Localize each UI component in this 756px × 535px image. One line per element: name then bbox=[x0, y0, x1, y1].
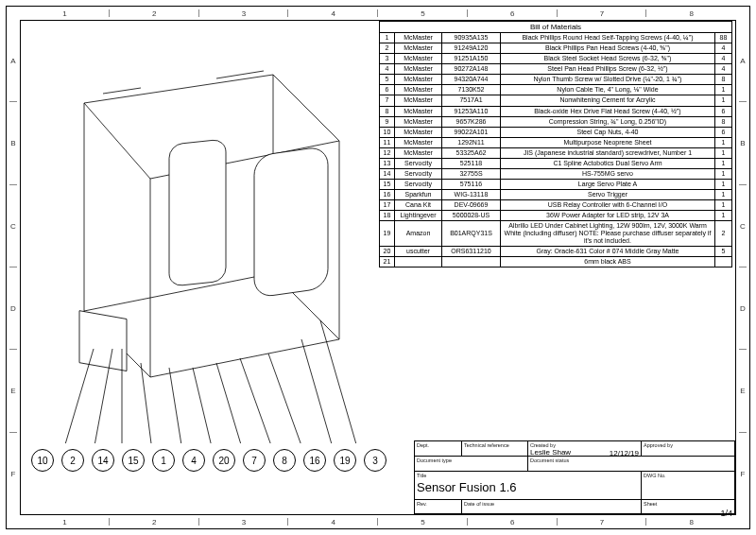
balloon: 8 bbox=[273, 449, 296, 472]
bom-cell-desc: 36W Power Adapter for LED strip, 12V 3A bbox=[501, 210, 715, 220]
bom-cell-item: 17 bbox=[380, 199, 395, 210]
balloon: 19 bbox=[334, 449, 356, 472]
ruler-row: C bbox=[736, 185, 749, 268]
bom-cell-item: 15 bbox=[380, 179, 395, 189]
bom-row: 20uscutterORS6311210Gray: Oracle-631 Col… bbox=[380, 247, 732, 257]
bom-cell-part: 90935A135 bbox=[442, 33, 501, 43]
bom-cell-part: 99022A101 bbox=[442, 127, 501, 137]
bom-cell-part: WIG-13118 bbox=[442, 189, 501, 199]
bom-cell-vendor: McMaster bbox=[395, 95, 442, 106]
bom-cell-qty: 2 bbox=[714, 221, 731, 247]
bom-table: Bill of Materials 1McMaster90935A135Blac… bbox=[379, 21, 732, 268]
bom-cell-item: 5 bbox=[380, 75, 395, 85]
bom-cell-vendor: McMaster bbox=[395, 43, 442, 54]
bom-cell-desc: Large Servo Plate A bbox=[501, 179, 715, 189]
bom-cell-part: 575116 bbox=[442, 179, 501, 189]
bom-cell-qty: 4 bbox=[714, 43, 731, 54]
bom-cell-part: 53325A62 bbox=[442, 147, 501, 158]
bom-cell-desc: 6mm black ABS bbox=[501, 257, 715, 268]
tb-dateissue-label: Date of issue bbox=[464, 501, 639, 507]
ruler-row: A bbox=[7, 20, 20, 102]
svg-rect-9 bbox=[79, 311, 127, 371]
bom-cell-vendor: McMaster bbox=[395, 75, 442, 85]
bom-cell-vendor: Sparkfun bbox=[395, 189, 442, 199]
bom-cell-item: 21 bbox=[380, 257, 395, 268]
bom-cell-qty: 88 bbox=[714, 33, 731, 43]
balloon: 14 bbox=[92, 449, 114, 472]
sheet-border: 1 2 3 4 5 6 7 8 1 2 3 4 5 6 7 8 A B C D … bbox=[6, 6, 750, 529]
bom-cell-vendor: Cana Kit bbox=[395, 199, 442, 210]
bom-cell-desc: Black-oxide Hex Drive Flat Head Screw (4… bbox=[501, 106, 715, 116]
bom-cell-vendor: McMaster bbox=[395, 54, 442, 64]
ruler-col: 6 bbox=[468, 7, 558, 20]
tb-approved-label: Approved by bbox=[644, 442, 733, 448]
bom-cell-item: 6 bbox=[380, 85, 395, 95]
sheet-number: 1/4 bbox=[644, 507, 734, 520]
balloon: 15 bbox=[122, 449, 145, 472]
ruler-row: B bbox=[7, 102, 20, 184]
bom-cell-part: 94320A744 bbox=[442, 75, 501, 85]
bom-cell-qty: 1 bbox=[714, 147, 731, 158]
bom-cell-qty: 1 bbox=[714, 137, 731, 147]
bom-cell-item: 16 bbox=[380, 189, 395, 199]
bom-cell-part: 1292N11 bbox=[442, 137, 501, 147]
bom-row: 19AmazonB01ARQY31SAlbrillo LED Under Cab… bbox=[380, 221, 732, 247]
ruler-col: 7 bbox=[558, 515, 647, 528]
bom-cell-item: 18 bbox=[380, 210, 395, 220]
bom-cell-vendor: Servocity bbox=[395, 168, 442, 179]
bom-row: 6McMaster7130K52Nylon Cable Tie, 4" Long… bbox=[380, 85, 732, 95]
bom-row: 4McMaster90272A148Steel Pan Head Phillip… bbox=[380, 64, 732, 75]
ruler-row: A bbox=[736, 20, 749, 102]
bom-row: 7McMaster7517A1Nonwhitening Cement for A… bbox=[380, 95, 732, 106]
bom-cell-qty: 1 bbox=[714, 158, 731, 168]
ruler-row: D bbox=[7, 268, 20, 350]
bom-cell-qty bbox=[714, 257, 731, 268]
bom-cell-item: 8 bbox=[380, 106, 395, 116]
balloon: 4 bbox=[182, 449, 205, 472]
bom-cell-desc: HS-755MG servo bbox=[501, 168, 715, 179]
bom-cell-vendor: McMaster bbox=[395, 85, 442, 95]
bom-cell-part: B01ARQY31S bbox=[442, 221, 501, 247]
bom-title: Bill of Materials bbox=[380, 22, 732, 33]
ruler-col: 4 bbox=[288, 7, 378, 20]
bom-cell-desc: Nonwhitening Cement for Acrylic bbox=[501, 95, 715, 106]
svg-rect-7 bbox=[254, 146, 328, 298]
ruler-row: E bbox=[736, 350, 749, 432]
bom-cell-qty: 4 bbox=[714, 64, 731, 75]
bom-cell-part: 91249A120 bbox=[442, 43, 501, 54]
ruler-row: C bbox=[7, 185, 20, 268]
bom-cell-part: 91253A110 bbox=[442, 106, 501, 116]
bom-row: 15Servocity575116Large Servo Plate A1 bbox=[380, 179, 732, 189]
ruler-left: A B C D E F bbox=[7, 20, 20, 515]
bom-row: 2McMaster91249A120Black Phillips Pan Hea… bbox=[380, 43, 732, 54]
bom-row: 3McMaster91251A150Black Steel Socket Hea… bbox=[380, 54, 732, 64]
bom-cell-desc: Steel Cap Nuts, 4-40 bbox=[501, 127, 715, 137]
bom-cell-vendor: Amazon bbox=[395, 221, 442, 247]
bom-cell-part: 525118 bbox=[442, 158, 501, 168]
bom-cell-part: 7130K52 bbox=[442, 85, 501, 95]
bom-cell-qty: 1 bbox=[714, 199, 731, 210]
bom-row: 9McMaster9657K286Compression String, ¾" … bbox=[380, 116, 732, 127]
bom-cell-vendor bbox=[395, 257, 442, 268]
bom-cell-vendor: McMaster bbox=[395, 147, 442, 158]
bom-cell-qty: 5 bbox=[714, 247, 731, 257]
bom-cell-qty: 6 bbox=[714, 106, 731, 116]
bom-cell-desc: Nylon Thumb Screw w/ Slotted Drive (¼"-2… bbox=[501, 75, 715, 85]
bom-cell-item: 11 bbox=[380, 137, 395, 147]
tb-dept-label: Dept. bbox=[417, 442, 459, 448]
svg-line-21 bbox=[301, 339, 334, 443]
tb-doctype-label: Document type bbox=[417, 457, 525, 463]
ruler-row: E bbox=[7, 350, 20, 432]
bom-cell-vendor: Servocity bbox=[395, 158, 442, 168]
bom-cell-desc: Multipurpose Neoprene Sheet bbox=[501, 137, 715, 147]
bom-cell-vendor: McMaster bbox=[395, 137, 442, 147]
ruler-top: 1 2 3 4 5 6 7 8 bbox=[20, 7, 736, 20]
bom-cell-part: 32755S bbox=[442, 168, 501, 179]
bom-cell-item: 10 bbox=[380, 127, 395, 137]
bom-cell-part: 90272A148 bbox=[442, 64, 501, 75]
svg-line-10 bbox=[103, 88, 141, 94]
bom-cell-item: 13 bbox=[380, 158, 395, 168]
bom-cell-desc: Nylon Cable Tie, 4" Long, ⅛" Wide bbox=[501, 85, 715, 95]
svg-line-18 bbox=[216, 363, 243, 443]
bom-cell-item: 2 bbox=[380, 43, 395, 54]
